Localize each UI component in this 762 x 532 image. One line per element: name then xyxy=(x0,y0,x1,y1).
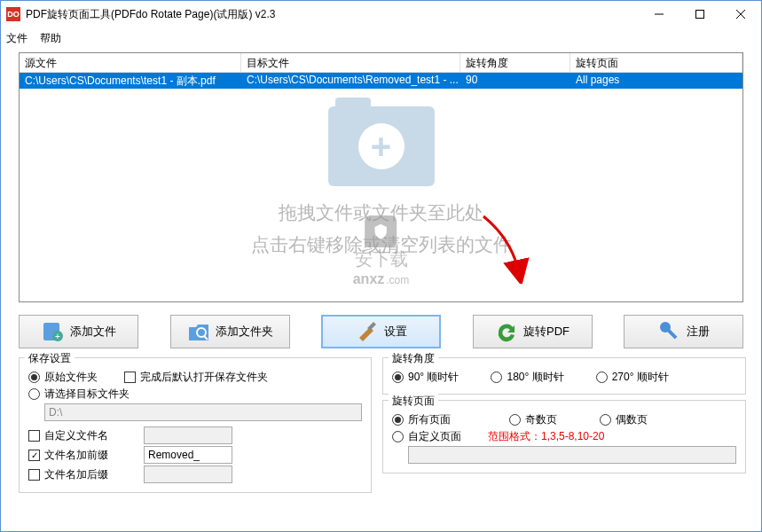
window-title: PDF旋转页面工具(PDFdo Rotate Page)(试用版) v2.3 xyxy=(26,7,275,22)
rotate-angle-fieldset: 旋转角度 90° 顺时针 180° 顺时针 270° 顺时针 xyxy=(382,357,746,395)
register-button[interactable]: 注册 xyxy=(624,315,743,348)
rotate-arrow-icon xyxy=(495,320,518,343)
rotate-pdf-label: 旋转PDF xyxy=(523,324,570,340)
col-pages[interactable]: 旋转页面 xyxy=(570,53,742,73)
angle-90-radio[interactable]: 90° 顺时针 xyxy=(392,370,459,385)
orig-folder-radio[interactable]: 原始文件夹 xyxy=(28,370,98,385)
save-settings-fieldset: 保存设置 原始文件夹 完成后默认打开保存文件夹 请选择目标文件夹 自定义文件名 … xyxy=(19,357,372,493)
settings-button[interactable]: 设置 xyxy=(321,315,441,348)
watermark: 安下载 anxz.com xyxy=(353,215,410,287)
col-angle[interactable]: 旋转角度 xyxy=(460,53,570,73)
file-grid[interactable]: 源文件 目标文件 旋转角度 旋转页面 C:\Users\CS\Documents… xyxy=(19,52,743,302)
add-folder-label: 添加文件夹 xyxy=(216,324,273,340)
col-source[interactable]: 源文件 xyxy=(20,53,241,73)
key-icon xyxy=(658,320,681,343)
cell-pages: All pages xyxy=(570,73,742,89)
col-target[interactable]: 目标文件 xyxy=(241,53,460,73)
add-file-button[interactable]: + 添加文件 xyxy=(19,315,138,348)
cell-target: C:\Users\CS\Documents\Removed_test1 - ..… xyxy=(241,73,460,89)
watermark-big: 安下载 xyxy=(355,247,408,271)
lower-panels: 保存设置 原始文件夹 完成后默认打开保存文件夹 请选择目标文件夹 自定义文件名 … xyxy=(1,357,761,493)
svg-text:+: + xyxy=(55,332,60,341)
rotate-pdf-button[interactable]: 旋转PDF xyxy=(473,315,593,348)
suffix-input[interactable] xyxy=(144,466,232,483)
minimize-button[interactable] xyxy=(639,1,680,27)
watermark-icon xyxy=(365,215,397,247)
pages-even-radio[interactable]: 偶数页 xyxy=(600,412,648,427)
settings-label: 设置 xyxy=(384,324,407,340)
custom-name-input[interactable] xyxy=(144,426,232,444)
svg-rect-1 xyxy=(696,11,704,19)
main-area: 源文件 目标文件 旋转角度 旋转页面 C:\Users\CS\Documents… xyxy=(1,49,761,302)
cell-source: C:\Users\CS\Documents\test1 - 副本.pdf xyxy=(20,73,241,89)
maximize-button[interactable] xyxy=(680,1,720,27)
pages-custom-radio[interactable]: 自定义页面 xyxy=(392,429,461,444)
pages-odd-radio[interactable]: 奇数页 xyxy=(509,412,557,427)
app-icon: DO xyxy=(6,7,20,21)
tools-icon xyxy=(356,320,379,343)
rotate-angle-title: 旋转角度 xyxy=(389,351,438,366)
toolbar: + 添加文件 添加文件夹 设置 旋转PDF 注册 xyxy=(1,302,761,357)
pages-all-radio[interactable]: 所有页面 xyxy=(392,412,451,427)
choose-folder-radio[interactable]: 请选择目标文件夹 xyxy=(28,387,130,402)
range-hint: 范围格式：1,3,5-8,10-20 xyxy=(488,429,604,444)
rotate-pages-title: 旋转页面 xyxy=(389,394,438,409)
prefix-input[interactable] xyxy=(144,446,232,464)
menubar: 文件 帮助 xyxy=(1,27,761,49)
window-controls xyxy=(639,1,761,27)
watermark-anxz: anxz xyxy=(353,271,385,287)
rotate-pages-fieldset: 旋转页面 所有页面 奇数页 偶数页 自定义页面 范围格式：1,3,5-8,10-… xyxy=(382,400,746,473)
add-file-label: 添加文件 xyxy=(70,324,116,340)
custom-pages-input[interactable] xyxy=(408,446,736,464)
svg-rect-11 xyxy=(667,329,677,339)
close-button[interactable] xyxy=(720,1,761,27)
custom-name-checkbox[interactable]: 自定义文件名 xyxy=(28,428,108,443)
menu-help[interactable]: 帮助 xyxy=(40,31,61,46)
titlebar: DO PDF旋转页面工具(PDFdo Rotate Page)(试用版) v2.… xyxy=(1,1,761,27)
target-path-input[interactable] xyxy=(44,403,362,421)
folder-plus-icon xyxy=(328,106,435,186)
save-settings-title: 保存设置 xyxy=(25,351,75,366)
grid-header: 源文件 目标文件 旋转角度 旋转页面 xyxy=(20,53,742,73)
add-suffix-checkbox[interactable]: 文件名加后缀 xyxy=(28,467,108,482)
red-arrow-icon xyxy=(476,213,530,287)
file-add-icon: + xyxy=(42,320,65,343)
table-row[interactable]: C:\Users\CS\Documents\test1 - 副本.pdf C:\… xyxy=(20,73,742,89)
watermark-com: .com xyxy=(386,274,409,286)
cell-angle: 90 xyxy=(460,73,570,89)
dropzone: 拖拽文件或文件夹至此处 点击右键移除或清空列表的文件 安下载 anxz.com xyxy=(20,89,742,301)
angle-270-radio[interactable]: 270° 顺时针 xyxy=(596,370,669,385)
add-folder-button[interactable]: 添加文件夹 xyxy=(170,315,290,348)
register-label: 注册 xyxy=(687,324,710,340)
open-after-checkbox[interactable]: 完成后默认打开保存文件夹 xyxy=(124,370,268,385)
folder-search-icon xyxy=(187,320,210,343)
angle-180-radio[interactable]: 180° 顺时针 xyxy=(491,370,563,385)
add-prefix-checkbox[interactable]: 文件名加前缀 xyxy=(28,448,108,463)
menu-file[interactable]: 文件 xyxy=(6,31,27,46)
